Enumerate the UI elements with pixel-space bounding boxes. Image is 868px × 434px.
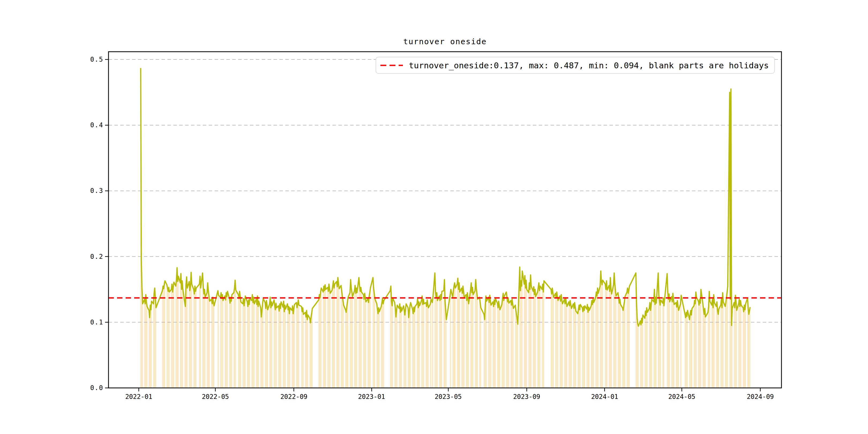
bar — [747, 298, 748, 388]
bar — [400, 312, 401, 388]
bar — [377, 304, 377, 388]
bar — [618, 292, 618, 388]
bar — [542, 289, 542, 388]
bar — [390, 291, 391, 388]
bar — [285, 309, 286, 388]
bar — [696, 298, 697, 388]
bar — [504, 301, 504, 388]
bar — [583, 307, 584, 388]
bar — [475, 291, 475, 388]
bar — [399, 304, 400, 388]
bar — [513, 308, 514, 388]
bar — [493, 307, 494, 388]
x-tick-label: 2023-01 — [342, 393, 401, 401]
bar — [699, 305, 699, 388]
bar — [150, 318, 150, 388]
bar — [439, 296, 440, 388]
bar — [463, 291, 464, 388]
bar — [323, 286, 324, 388]
bar — [182, 281, 182, 388]
bar — [230, 298, 231, 388]
bar — [227, 297, 227, 388]
bar — [360, 291, 361, 388]
bar — [151, 310, 151, 388]
bar — [551, 294, 552, 388]
bar — [212, 304, 212, 388]
bar — [368, 303, 369, 388]
bar — [153, 304, 154, 388]
bar — [535, 289, 535, 388]
legend-label: turnover_oneside:0.137, max: 0.487, min:… — [409, 61, 769, 70]
bar — [428, 305, 428, 388]
bar — [361, 292, 362, 388]
bar — [537, 292, 538, 388]
bar — [659, 301, 660, 388]
bar — [720, 305, 721, 388]
bar — [486, 296, 486, 388]
bar — [187, 288, 188, 388]
bar — [190, 286, 191, 388]
bar — [708, 312, 708, 388]
bar — [290, 308, 290, 388]
bar — [509, 303, 509, 388]
bar — [725, 303, 726, 388]
bar — [240, 297, 241, 388]
bar — [461, 288, 462, 388]
bar — [658, 295, 659, 388]
bar — [560, 301, 561, 388]
bar — [254, 304, 254, 388]
bar — [320, 292, 321, 388]
bar — [734, 303, 734, 388]
bar — [361, 287, 361, 388]
bar — [440, 295, 441, 388]
bar — [303, 308, 303, 388]
bar — [570, 305, 571, 388]
bar — [700, 303, 701, 388]
bar — [592, 305, 593, 388]
bar — [338, 283, 339, 388]
bar — [678, 310, 679, 388]
bar — [668, 291, 668, 388]
bar — [696, 292, 696, 388]
bar — [203, 287, 204, 388]
bar — [732, 326, 732, 388]
bar — [470, 289, 471, 388]
bar — [149, 310, 149, 388]
bar — [301, 307, 302, 388]
bar — [591, 306, 591, 388]
bar — [620, 299, 620, 388]
bar — [542, 284, 543, 388]
bar — [163, 289, 164, 388]
bar — [396, 310, 397, 388]
bar — [606, 281, 607, 388]
bar — [298, 300, 299, 388]
bar — [427, 300, 428, 388]
bar — [627, 288, 628, 388]
bar — [312, 313, 312, 388]
bar — [309, 318, 310, 388]
bar — [663, 306, 664, 388]
bar — [507, 302, 508, 388]
bar — [178, 276, 179, 388]
bar — [347, 307, 347, 388]
bar — [668, 299, 669, 388]
bar — [283, 301, 284, 388]
bar — [500, 310, 500, 388]
bar — [646, 308, 647, 388]
bar — [556, 292, 557, 388]
bar — [560, 296, 560, 388]
bar — [220, 298, 221, 388]
bar — [464, 298, 465, 388]
bar — [674, 305, 675, 388]
bar-series — [141, 68, 750, 388]
bar — [583, 312, 583, 388]
bar — [366, 302, 366, 388]
bar — [431, 299, 431, 388]
bar — [462, 293, 463, 388]
bar — [428, 308, 429, 388]
bar — [582, 308, 583, 388]
bar — [214, 306, 214, 388]
bar — [408, 318, 409, 388]
bar — [468, 299, 468, 388]
bar — [318, 300, 319, 388]
